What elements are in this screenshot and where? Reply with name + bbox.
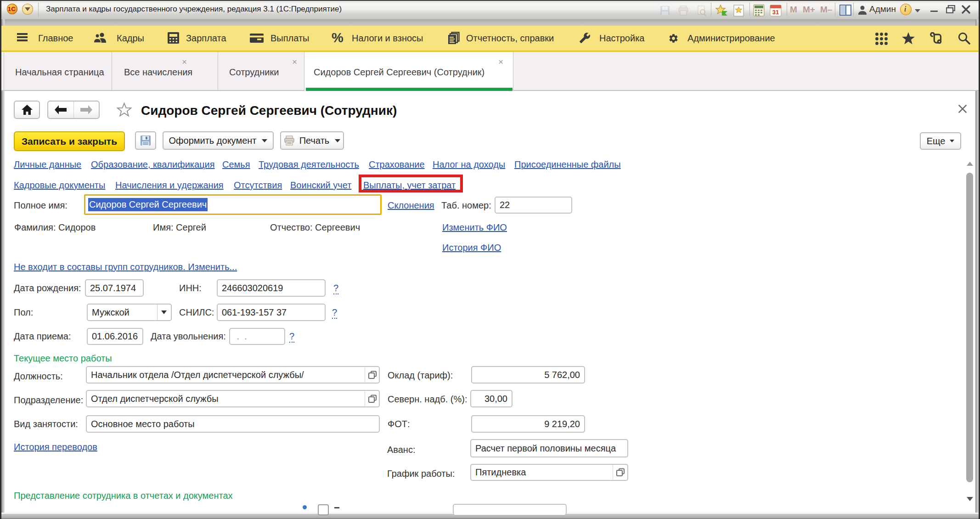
svg-text:31: 31: [772, 9, 779, 16]
